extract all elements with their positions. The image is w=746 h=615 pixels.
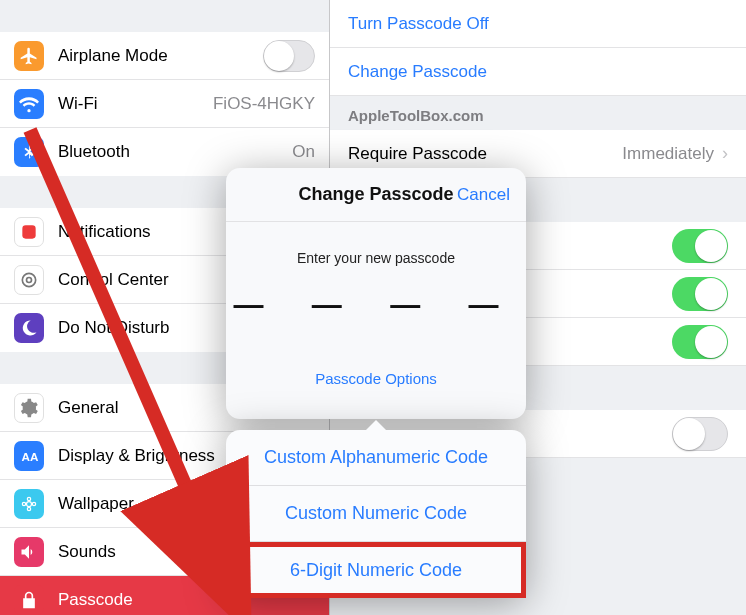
svg-point-1 (27, 277, 32, 282)
toggle-3[interactable] (672, 325, 728, 359)
screenshot-root: Airplane Mode Wi-Fi FiOS-4HGKY Bluetooth… (0, 0, 746, 615)
bluetooth-value: On (292, 142, 315, 162)
svg-rect-0 (22, 225, 35, 238)
airplane-toggle[interactable] (263, 40, 315, 72)
passcode-input[interactable]: — — — — (226, 288, 526, 322)
change-passcode-button[interactable]: Change Passcode (330, 48, 746, 96)
toggle-1[interactable] (672, 229, 728, 263)
svg-point-5 (27, 497, 30, 500)
svg-point-4 (27, 501, 32, 506)
wifi-label: Wi-Fi (58, 94, 205, 114)
passcode-options-menu: Custom Alphanumeric Code Custom Numeric … (226, 430, 526, 598)
cancel-button[interactable]: Cancel (457, 185, 510, 205)
option-custom-numeric[interactable]: Custom Numeric Code (226, 486, 526, 542)
sidebar-item-airplane[interactable]: Airplane Mode (0, 32, 329, 80)
chevron-right-icon: › (722, 143, 728, 164)
airplane-label: Airplane Mode (58, 46, 263, 66)
wifi-value: FiOS-4HGKY (213, 94, 315, 114)
toggle-2[interactable] (672, 277, 728, 311)
turn-off-label: Turn Passcode Off (348, 14, 489, 34)
moon-icon (14, 313, 44, 343)
gear-icon (14, 393, 44, 423)
bluetooth-icon (14, 137, 44, 167)
wallpaper-icon (14, 489, 44, 519)
section-header: AppleToolBox.com (330, 96, 746, 130)
display-icon: AA (14, 441, 44, 471)
change-label: Change Passcode (348, 62, 487, 82)
popup-title: Change Passcode (298, 184, 453, 205)
require-value: Immediately (622, 144, 714, 164)
option-alphanumeric[interactable]: Custom Alphanumeric Code (226, 430, 526, 486)
control-center-icon (14, 265, 44, 295)
erase-toggle[interactable] (672, 417, 728, 451)
sidebar-item-wifi[interactable]: Wi-Fi FiOS-4HGKY (0, 80, 329, 128)
svg-point-6 (32, 502, 35, 505)
svg-point-2 (22, 273, 35, 286)
svg-point-7 (27, 507, 30, 510)
lock-icon (14, 585, 44, 615)
svg-text:AA: AA (22, 450, 39, 463)
bluetooth-label: Bluetooth (58, 142, 284, 162)
passcode-options-button[interactable]: Passcode Options (226, 370, 526, 387)
svg-point-8 (22, 502, 25, 505)
option-six-digit[interactable]: 6-Digit Numeric Code (226, 542, 526, 598)
turn-passcode-off-button[interactable]: Turn Passcode Off (330, 0, 746, 48)
passcode-prompt: Enter your new passcode (226, 250, 526, 266)
notifications-icon (14, 217, 44, 247)
wifi-icon (14, 89, 44, 119)
require-label: Require Passcode (348, 144, 487, 164)
airplane-icon (14, 41, 44, 71)
change-passcode-popup: Change Passcode Cancel Enter your new pa… (226, 168, 526, 419)
sound-icon (14, 537, 44, 567)
